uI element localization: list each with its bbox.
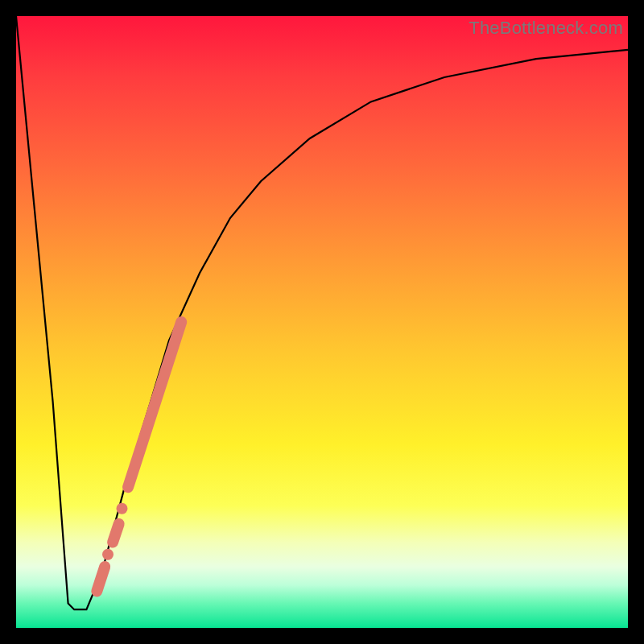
highlight-segment xyxy=(128,322,181,487)
highlight-segment xyxy=(97,567,105,591)
highlight-dot xyxy=(102,549,114,560)
bottleneck-curve xyxy=(16,16,628,609)
chart-frame: TheBottleneck.com xyxy=(0,0,644,644)
chart-svg xyxy=(16,16,628,628)
highlight-segment xyxy=(113,524,119,543)
highlight-dot xyxy=(116,503,127,514)
plot-area: TheBottleneck.com xyxy=(16,16,628,628)
highlight-overlay xyxy=(97,322,181,591)
